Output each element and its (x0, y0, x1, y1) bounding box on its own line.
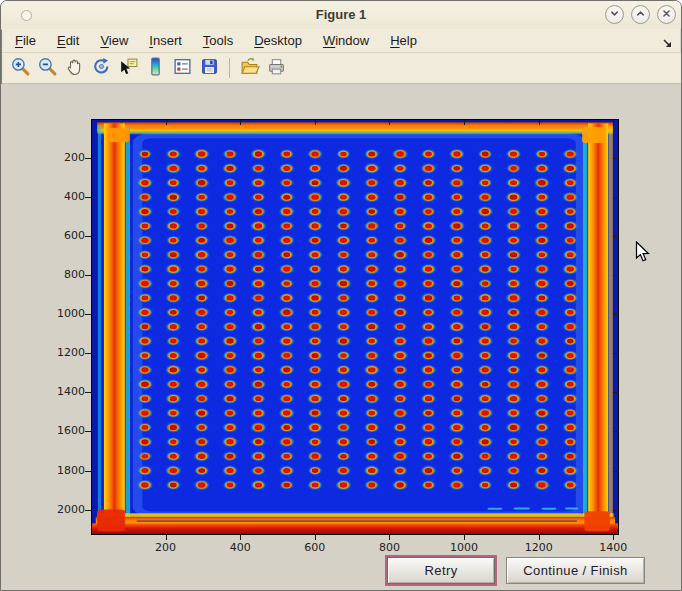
y-tick-right (613, 275, 619, 276)
y-tick-label: 1000 (41, 308, 85, 320)
y-tick (85, 197, 91, 198)
insert-legend-button[interactable] (169, 55, 196, 81)
x-tick-label: 400 (218, 542, 262, 554)
menu-items: FileEditViewInsertToolsDesktopWindowHelp (2, 33, 417, 48)
shade-button[interactable] (605, 5, 624, 24)
y-tick (85, 158, 91, 159)
x-tick-top (240, 120, 241, 125)
x-tick (464, 535, 465, 540)
x-tick-label: 1400 (591, 542, 635, 554)
x-tick-label: 1200 (517, 542, 561, 554)
x-tick (539, 535, 540, 540)
menu-help[interactable]: Help (390, 33, 417, 48)
zoom-in-icon (10, 56, 31, 81)
y-tick-right (613, 471, 619, 472)
print-figure-button[interactable] (263, 55, 290, 81)
menu-file[interactable]: File (15, 33, 36, 48)
y-tick-label: 1800 (41, 465, 85, 477)
toolbar (2, 53, 682, 84)
toolbar-separator (229, 58, 230, 78)
y-tick-label: 800 (41, 269, 85, 281)
x-tick (315, 535, 316, 540)
y-tick (85, 471, 91, 472)
y-tick-right (613, 431, 619, 432)
rotate-3d-button[interactable] (88, 55, 115, 81)
y-tick (85, 236, 91, 237)
y-tick (85, 510, 91, 511)
x-tick-label: 1000 (442, 542, 486, 554)
data-cursor-button[interactable] (115, 55, 142, 81)
y-tick-right (613, 197, 619, 198)
y-tick-label: 200 (41, 152, 85, 164)
print-figure-icon (266, 56, 287, 81)
y-tick (85, 275, 91, 276)
y-tick-label: 1600 (41, 425, 85, 437)
menu-window[interactable]: Window (323, 33, 369, 48)
y-tick-label: 400 (41, 191, 85, 203)
zoom-out-button[interactable] (34, 55, 61, 81)
save-figure-icon (199, 56, 220, 81)
well-plate-image (92, 120, 618, 534)
dock-figure-icon[interactable] (662, 35, 673, 53)
continue-finish-button[interactable]: Continue / Finish (506, 557, 645, 584)
y-tick-right (613, 353, 619, 354)
y-tick-right (613, 392, 619, 393)
close-icon (661, 7, 672, 22)
retry-button[interactable]: Retry (387, 557, 495, 584)
insert-colorbar-button[interactable] (142, 55, 169, 81)
chevron-down-icon (609, 7, 620, 22)
x-tick (240, 535, 241, 540)
insert-colorbar-icon (145, 56, 166, 81)
menu-desktop[interactable]: Desktop (254, 33, 302, 48)
menu-bar: FileEditViewInsertToolsDesktopWindowHelp (2, 29, 680, 53)
x-tick-top (166, 120, 167, 125)
x-tick-top (464, 120, 465, 125)
menu-insert[interactable]: Insert (149, 33, 182, 48)
y-tick-right (613, 314, 619, 315)
x-tick (613, 535, 614, 540)
pan-icon (64, 56, 85, 81)
x-tick (166, 535, 167, 540)
save-figure-button[interactable] (196, 55, 223, 81)
y-tick (85, 353, 91, 354)
rotate-3d-icon (91, 56, 112, 81)
x-tick-label: 800 (367, 542, 411, 554)
x-tick-top (539, 120, 540, 125)
y-tick-right (613, 158, 619, 159)
zoom-in-button[interactable] (7, 55, 34, 81)
x-tick-top (315, 120, 316, 125)
x-tick-top (389, 120, 390, 125)
x-tick-top (613, 120, 614, 125)
menu-tools[interactable]: Tools (203, 33, 233, 48)
chevron-up-icon (635, 7, 646, 22)
figure-window: Figure 1 FileEditViewInsertToolsDesktopW… (0, 0, 682, 591)
y-tick-label: 600 (41, 230, 85, 242)
x-tick-label: 200 (144, 542, 188, 554)
y-tick (85, 392, 91, 393)
y-tick (85, 314, 91, 315)
pan-button[interactable] (61, 55, 88, 81)
open-file-icon (239, 56, 260, 81)
x-tick (389, 535, 390, 540)
x-tick-label: 600 (293, 542, 337, 554)
insert-legend-icon (172, 56, 193, 81)
y-tick-label: 1200 (41, 347, 85, 359)
plot-axes[interactable] (91, 119, 619, 535)
y-tick-label: 2000 (41, 504, 85, 516)
close-button[interactable] (657, 5, 676, 24)
menu-view[interactable]: View (100, 33, 128, 48)
window-title: Figure 1 (1, 7, 681, 22)
zoom-out-icon (37, 56, 58, 81)
titlebar[interactable]: Figure 1 (1, 1, 681, 30)
window-controls (605, 5, 676, 24)
y-tick-label: 1400 (41, 386, 85, 398)
y-tick (85, 431, 91, 432)
y-tick-right (613, 236, 619, 237)
open-file-button[interactable] (236, 55, 263, 81)
y-tick-right (613, 510, 619, 511)
data-cursor-icon (118, 56, 139, 81)
maximize-button[interactable] (631, 5, 650, 24)
menu-edit[interactable]: Edit (57, 33, 79, 48)
